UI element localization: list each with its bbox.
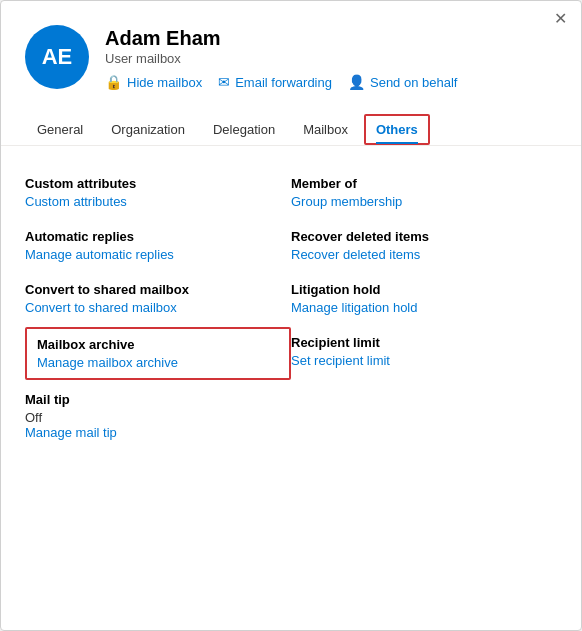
mailbox-archive-section: Mailbox archive Manage mailbox archive [25,327,291,380]
convert-shared-title: Convert to shared mailbox [25,282,291,297]
recover-deleted-section: Recover deleted items Recover deleted it… [291,219,557,272]
settings-grid: Custom attributes Custom attributes Memb… [25,166,557,450]
custom-attributes-link[interactable]: Custom attributes [25,194,291,209]
mailbox-archive-link[interactable]: Manage mailbox archive [37,355,279,370]
content-area: Custom attributes Custom attributes Memb… [1,146,581,474]
tabs-bar: General Organization Delegation Mailbox … [1,98,581,146]
automatic-replies-section: Automatic replies Manage automatic repli… [25,219,291,272]
custom-attributes-title: Custom attributes [25,176,291,191]
automatic-replies-title: Automatic replies [25,229,291,244]
header-info: Adam Eham User mailbox 🔒 Hide mailbox ✉ … [105,25,557,90]
tab-delegation[interactable]: Delegation [201,114,287,145]
recipient-limit-link[interactable]: Set recipient limit [291,353,557,368]
email-forwarding-label: Email forwarding [235,75,332,90]
member-of-section: Member of Group membership [291,166,557,219]
user-type: User mailbox [105,51,557,66]
send-on-behalf-action[interactable]: 👤 Send on behalf [348,74,457,90]
convert-shared-link[interactable]: Convert to shared mailbox [25,300,291,315]
member-of-title: Member of [291,176,557,191]
automatic-replies-link[interactable]: Manage automatic replies [25,247,291,262]
mail-tip-link[interactable]: Manage mail tip [25,425,557,440]
hide-mailbox-label: Hide mailbox [127,75,202,90]
litigation-hold-link[interactable]: Manage litigation hold [291,300,557,315]
custom-attributes-section: Custom attributes Custom attributes [25,166,291,219]
email-forwarding-action[interactable]: ✉ Email forwarding [218,74,332,90]
tab-general[interactable]: General [25,114,95,145]
user-name: Adam Eham [105,25,557,51]
tab-mailbox[interactable]: Mailbox [291,114,360,145]
hide-mailbox-action[interactable]: 🔒 Hide mailbox [105,74,202,90]
mail-tip-title: Mail tip [25,392,557,407]
recipient-limit-section: Recipient limit Set recipient limit [291,325,557,382]
mailbox-archive-title: Mailbox archive [37,337,279,352]
tab-others[interactable]: Others [364,114,430,145]
send-on-behalf-label: Send on behalf [370,75,457,90]
mail-tip-value: Off [25,410,557,425]
recover-deleted-title: Recover deleted items [291,229,557,244]
avatar: AE [25,25,89,89]
tab-organization[interactable]: Organization [99,114,197,145]
mail-tip-section: Mail tip Off Manage mail tip [25,382,557,450]
hide-mailbox-icon: 🔒 [105,74,122,90]
close-button[interactable]: ✕ [554,11,567,27]
recipient-limit-title: Recipient limit [291,335,557,350]
header-actions: 🔒 Hide mailbox ✉ Email forwarding 👤 Send… [105,74,557,90]
litigation-hold-section: Litigation hold Manage litigation hold [291,272,557,325]
panel: ✕ AE Adam Eham User mailbox 🔒 Hide mailb… [0,0,582,631]
header: AE Adam Eham User mailbox 🔒 Hide mailbox… [1,1,581,90]
convert-shared-section: Convert to shared mailbox Convert to sha… [25,272,291,325]
litigation-hold-title: Litigation hold [291,282,557,297]
member-of-link[interactable]: Group membership [291,194,557,209]
email-forwarding-icon: ✉ [218,74,230,90]
send-on-behalf-icon: 👤 [348,74,365,90]
recover-deleted-link[interactable]: Recover deleted items [291,247,557,262]
